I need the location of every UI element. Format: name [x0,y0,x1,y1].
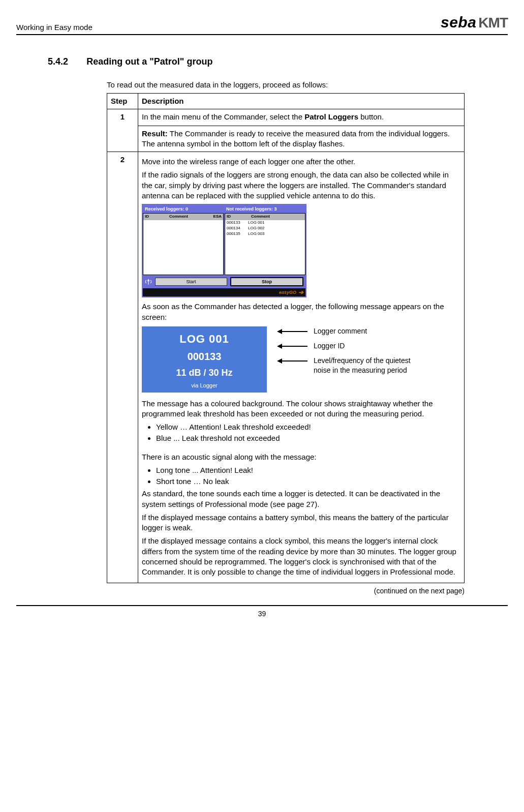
logger-id: 000134 [227,226,248,231]
list-item: 000133LOG 001 [225,220,305,226]
message-example-row: LOG 001 000133 11 dB / 30 Hz via Logger … [142,326,460,393]
not-received-label: Not received loggers: 3 [224,205,305,213]
commander-screenshot: Received loggers: 0 Not received loggers… [142,204,306,297]
col-id: ID [143,214,168,220]
continued-label: (continued on the next page) [48,586,465,596]
header-title: Working in Easy mode [16,22,93,33]
annotation: Logger comment [277,326,415,336]
paragraph: If the radio signals of the loggers are … [142,170,460,201]
list-item: Short tone … No leak [156,476,460,487]
commander-header: Received loggers: 0 Not received loggers… [143,205,305,213]
col-comment: Comment [250,214,305,220]
annotations: Logger comment Logger ID Level/frequency… [277,326,415,380]
not-received-list: ID Comment 000133LOG 001 000134LOG 002 0… [225,213,305,275]
commander-columns: ID Comment ESA ID Comment 000133LOG 001 [143,213,305,275]
logger-comment: LOG 003 [248,231,264,237]
section-heading: 5.4.2 Reading out a "Patrol" group [48,53,465,69]
text: In the main menu of the Commander, selec… [142,112,304,121]
col-id: ID [225,214,250,220]
step-description: In the main menu of the Commander, selec… [138,109,465,152]
paragraph: Move into the wireless range of each log… [142,157,460,167]
easygo-label: easyGO [279,289,296,295]
step-number: 1 [107,109,138,152]
col-description: Description [138,94,465,109]
result-text: The Commander is ready to receive the me… [142,129,450,148]
logo-kmt: KMT [478,13,508,33]
arrow-left-icon [277,344,307,349]
list-header: ID Comment ESA [143,214,223,220]
received-list: ID Comment ESA [143,213,224,275]
section-title: Reading out a "Patrol" group [86,56,212,67]
msg-via: via Logger [144,382,265,389]
msg-logger-comment: LOG 001 [144,332,265,347]
logo-seba: seba [441,12,476,33]
patrol-loggers-label: Patrol Loggers [304,112,358,121]
steps-table: Step Description 1 In the main menu of t… [107,93,465,583]
logger-id: 000133 [227,220,248,226]
paragraph: There is an acoustic signal along with t… [142,452,460,462]
page-content: 5.4.2 Reading out a "Patrol" group To re… [48,53,465,596]
logger-comment: LOG 001 [248,220,264,226]
arrow-left-icon [277,329,307,334]
logger-id: 000135 [227,231,248,237]
received-label: Received loggers: 0 [143,205,224,213]
list-item: Blue ... Leak threshold not exceeded [156,433,460,443]
tone-list: Long tone ... Attention! Leak! Short ton… [156,465,460,487]
logger-comment: LOG 002 [248,226,264,231]
annotation-text: Logger ID [314,341,345,351]
annotation: Level/frequency of the quietest noise in… [277,356,415,375]
list-item: 000134LOG 002 [225,226,305,231]
table-header-row: Step Description [107,94,465,109]
colour-list: Yellow … Attention! Leak threshold excee… [156,422,460,444]
stop-button[interactable]: Stop [230,277,303,286]
arrow-left-icon [277,358,307,364]
easygo-bar: easyGO ➔ [143,288,305,296]
page-header: Working in Easy mode seba KMT [16,12,508,35]
step-number: 2 [107,152,138,583]
result-subrow: Result: The Commander is ready to receiv… [138,126,464,152]
paragraph: The message has a coloured background. T… [142,399,460,419]
col-step: Step [107,94,138,109]
arrow-right-icon: ➔ [298,288,303,296]
page-footer: 39 [16,605,508,619]
msg-level-freq: 11 dB / 30 Hz [144,367,265,379]
table-row: 1 In the main menu of the Commander, sel… [107,109,465,152]
section-number: 5.4.2 [48,56,68,67]
col-esa: ESA [212,214,223,220]
result-label: Result: [142,129,168,138]
paragraph: As standard, the tone sounds each time a… [142,489,460,509]
page-number: 39 [258,610,266,618]
commander-footer: Start Stop [143,275,305,287]
start-button[interactable]: Start [155,278,227,286]
antenna-icon [145,278,152,285]
list-item: 000135LOG 003 [225,231,305,237]
intro-text: To read out the measured data in the log… [107,80,465,90]
paragraph: As soon as the Commander has detected a … [142,302,460,322]
logger-message-panel: LOG 001 000133 11 dB / 30 Hz via Logger [142,326,267,393]
table-row: 2 Move into the wireless range of each l… [107,152,465,583]
annotation-text: Level/frequency of the quietest noise in… [314,356,415,375]
annotation: Logger ID [277,341,415,351]
text: button. [358,112,384,121]
step-description: Move into the wireless range of each log… [138,152,465,583]
paragraph: If the displayed message contains a cloc… [142,536,460,577]
list-item: Yellow … Attention! Leak threshold excee… [156,422,460,432]
msg-logger-id: 000133 [144,350,265,364]
paragraph: If the displayed message contains a batt… [142,513,460,533]
annotation-text: Logger comment [314,326,367,336]
list-header: ID Comment [225,214,305,220]
col-comment: Comment [168,214,212,220]
list-item: Long tone ... Attention! Leak! [156,465,460,475]
brand-logo: seba KMT [441,12,508,33]
